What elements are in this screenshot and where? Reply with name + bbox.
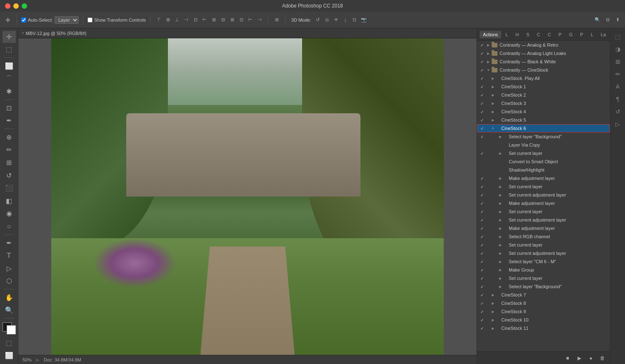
action-expand[interactable]: ▶ xyxy=(485,210,500,214)
action-check[interactable]: ✓ xyxy=(479,76,485,81)
action-check[interactable]: ✓ xyxy=(479,101,485,106)
action-row-row16[interactable]: Shadow/Highlight xyxy=(477,166,610,174)
color-swatch[interactable] xyxy=(2,322,16,334)
action-row-row2[interactable]: ✓▶Contrastly — Analog Light Leaks xyxy=(477,49,610,57)
history-brush-tool[interactable]: ↺ xyxy=(2,170,16,182)
transform-controls-checkbox[interactable] xyxy=(88,17,92,22)
action-check[interactable]: ✓ xyxy=(479,259,485,264)
action-row-row35[interactable]: ✓▶CineStock 11 xyxy=(477,324,610,332)
brushes-panel-icon[interactable]: ✏ xyxy=(612,68,624,80)
record-button[interactable]: ● xyxy=(587,354,595,362)
layer-select[interactable]: Layer xyxy=(55,16,79,24)
action-check[interactable]: ✓ xyxy=(479,284,485,289)
action-expand[interactable]: ▶ xyxy=(485,252,500,255)
action-row-row23[interactable]: ✓▶Make adjustment layer xyxy=(477,224,610,232)
action-row-row20[interactable]: ✓▶Make adjustment layer xyxy=(477,199,610,207)
action-row-row6[interactable]: ✓▶CineStock 1 xyxy=(477,82,610,91)
align-top-icon[interactable]: ⊤ xyxy=(155,16,163,24)
action-check[interactable]: ✓ xyxy=(479,251,485,256)
zoom-tool[interactable]: 🔍 xyxy=(2,304,16,317)
action-row-row4[interactable]: ✓▼Contrastly — CineStock xyxy=(477,66,610,74)
action-check[interactable]: ✓ xyxy=(479,226,485,231)
panel-tab-h[interactable]: H xyxy=(512,31,522,38)
action-row-row32[interactable]: ✓▶CineStock 8 xyxy=(477,299,610,307)
paragraph-panel-icon[interactable]: ¶ xyxy=(612,93,624,105)
dodge-tool[interactable]: ○ xyxy=(2,220,16,232)
action-expand[interactable]: ▶ xyxy=(485,85,493,89)
action-check[interactable]: ✓ xyxy=(479,68,485,72)
close-button[interactable] xyxy=(5,3,10,9)
panel-tab-la[interactable]: La xyxy=(598,31,609,38)
action-expand[interactable]: ▶ xyxy=(485,110,493,114)
search-icon[interactable]: 🔍 xyxy=(593,16,602,24)
stop-button[interactable]: ■ xyxy=(563,354,572,362)
panel-tab-g[interactable]: G xyxy=(566,31,576,38)
brush-tool[interactable]: ✏ xyxy=(2,144,16,156)
gradient-tool[interactable]: ◧ xyxy=(2,195,16,207)
action-row-row11[interactable]: ✓▼CineStock 6 xyxy=(477,124,610,132)
action-check[interactable]: ✓ xyxy=(479,309,485,314)
distribute-6-icon[interactable]: ⊣ xyxy=(255,16,264,24)
path-select-tool[interactable]: ▷ xyxy=(2,262,16,274)
action-check[interactable]: ✓ xyxy=(479,93,485,97)
distribute-5-icon[interactable]: ⊢ xyxy=(246,16,255,24)
action-row-row12[interactable]: ✓▶Select layer "Background" xyxy=(477,132,610,141)
action-check[interactable]: ✓ xyxy=(479,60,485,64)
quick-select-tool[interactable]: ✱ xyxy=(2,85,16,97)
action-expand[interactable]: ▼ xyxy=(485,68,491,72)
distribute-2-icon[interactable]: ⊟ xyxy=(219,16,227,24)
3d-orbit-icon[interactable]: ◎ xyxy=(323,16,331,24)
document-canvas[interactable] xyxy=(51,38,444,355)
action-check[interactable]: ✓ xyxy=(479,151,485,156)
action-check[interactable]: ✓ xyxy=(479,51,485,56)
action-expand[interactable]: ▶ xyxy=(485,268,500,272)
auto-select-checkbox[interactable] xyxy=(21,17,26,22)
blur-tool[interactable]: ◉ xyxy=(2,208,16,220)
history-panel-icon[interactable]: ↺ xyxy=(612,106,624,117)
action-expand[interactable]: ▶ xyxy=(485,227,500,230)
action-expand[interactable]: ▶ xyxy=(485,193,500,197)
eyedropper-tool[interactable]: ✒ xyxy=(2,115,16,127)
action-expand[interactable]: ▶ xyxy=(485,185,500,189)
action-check[interactable]: ✓ xyxy=(479,218,485,222)
adjustments-panel-icon[interactable]: ◑ xyxy=(612,43,624,55)
align-vcenter-icon[interactable]: ⊞ xyxy=(164,16,172,24)
action-check[interactable]: ✓ xyxy=(479,193,485,197)
align-hcenter-icon[interactable]: ⊡ xyxy=(191,16,200,24)
background-color[interactable] xyxy=(7,325,16,334)
channels-panel-icon[interactable]: ⊞ xyxy=(612,56,624,67)
action-check[interactable]: ✓ xyxy=(479,126,485,131)
action-row-row25[interactable]: ✓▶Set current layer xyxy=(477,241,610,249)
3d-scale-icon[interactable]: ⊡ xyxy=(350,16,359,24)
distribute-3-icon[interactable]: ⊞ xyxy=(228,16,236,24)
action-check[interactable]: ✓ xyxy=(479,268,485,272)
type-tool[interactable]: T xyxy=(2,249,16,262)
action-expand[interactable]: ▶ xyxy=(485,60,491,64)
action-row-row8[interactable]: ✓▶CineStock 3 xyxy=(477,99,610,107)
action-expand[interactable]: ▶ xyxy=(485,293,493,297)
action-expand[interactable]: ▶ xyxy=(485,310,493,314)
action-expand[interactable]: ▼ xyxy=(485,127,493,130)
panel-tab-actions[interactable]: Actions xyxy=(480,31,501,38)
minimize-button[interactable] xyxy=(13,3,19,9)
action-row-row21[interactable]: ✓▶Set current layer xyxy=(477,207,610,216)
align-left-icon[interactable]: ⊣ xyxy=(182,16,190,24)
lasso-tool[interactable]: ⌒ xyxy=(2,73,16,85)
panel-tab-c2[interactable]: C xyxy=(544,31,554,38)
action-row-row14[interactable]: ✓▶Set current layer xyxy=(477,149,610,157)
action-row-row33[interactable]: ✓▶CineStock 9 xyxy=(477,307,610,316)
action-expand[interactable]: ▶ xyxy=(485,277,500,280)
action-check[interactable]: ✓ xyxy=(479,276,485,281)
actions-panel[interactable]: ✓▶Contrastly — Analog & Retro✓▶Contrastl… xyxy=(477,41,610,352)
action-row-row5[interactable]: ✓▶CineStock. Play All xyxy=(477,74,610,82)
action-check[interactable]: ✓ xyxy=(479,301,485,306)
action-check[interactable]: ✓ xyxy=(479,293,485,297)
artboard-tool[interactable]: ⬚ xyxy=(2,44,16,56)
actions-right-icon[interactable]: ▷ xyxy=(612,118,624,130)
action-expand[interactable]: ▶ xyxy=(485,202,500,205)
canvas-content[interactable] xyxy=(18,38,477,355)
move-tool[interactable]: ✛ xyxy=(2,31,16,43)
grid-icon[interactable]: ⊞ xyxy=(272,16,281,24)
play-button[interactable]: ▶ xyxy=(575,354,583,362)
action-row-row26[interactable]: ✓▶Set current adjustment layer xyxy=(477,249,610,257)
